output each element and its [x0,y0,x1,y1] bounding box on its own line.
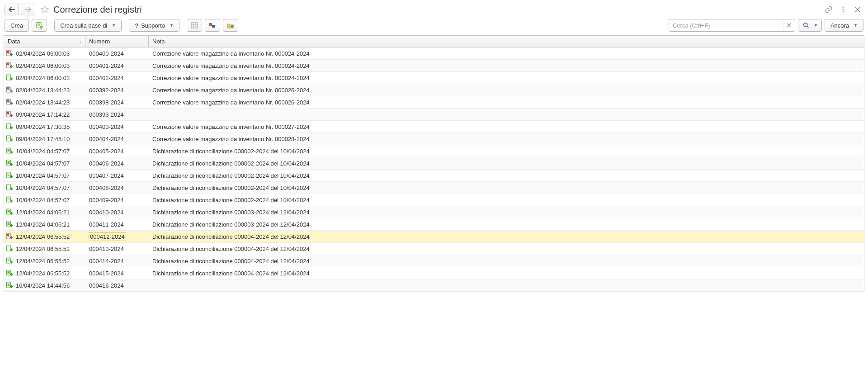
search-submit-button[interactable]: ▼ [798,19,822,32]
doc-posted-icon [6,74,13,81]
doc-deleted-icon [6,62,13,69]
create-based-on-button[interactable]: Crea sulla base di ▼ [54,19,122,32]
table-row[interactable]: 02/04/2024 13:44:23000392-2024Correzione… [4,84,864,96]
table-row[interactable]: 02/04/2024 06:00:03000400-2024Correzione… [4,47,864,60]
cell-date-text: 09/04/2024 17:30:35 [16,123,70,130]
doc-posted-icon [6,160,13,167]
cell-note: Correzione valore magazzino da inventari… [149,72,864,84]
cell-date-text: 10/04/2024 04:57:07 [16,184,70,191]
nav-back-button[interactable] [5,4,19,15]
cell-note-text: Correzione valore magazzino da inventari… [152,62,310,69]
cell-number-text: 000393-2024 [89,111,124,118]
table-row[interactable]: 16/04/2024 14:44:56000416-2024 [4,279,864,292]
table-row[interactable]: 10/04/2024 04:57:07000407-2024Dichiarazi… [4,170,864,182]
search-clear-button[interactable] [783,19,795,31]
cell-date: 09/04/2024 17:45:10 [4,133,85,145]
cell-date: 02/04/2024 13:44:23 [4,84,85,96]
create-button[interactable]: Crea [5,19,29,32]
table-row[interactable]: 02/04/2024 06:00:03000402-2024Correzione… [4,72,864,84]
page-title: Correzione dei registri [53,5,142,15]
svg-point-9 [804,23,807,27]
cell-date: 12/04/2024 06:55:52 [4,231,85,242]
doc-posted-icon [6,172,13,179]
cell-note: Dichiarazione di riconciliazione 000002-… [149,182,864,194]
cell-note-text: Dichiarazione di riconciliazione 000002-… [152,160,310,167]
sheet-add-icon [36,22,43,29]
cell-note-text: Dichiarazione di riconciliazione 000004-… [152,270,310,277]
cell-date-text: 02/04/2024 06:00:03 [16,50,70,57]
column-header-date[interactable]: Data ↓ [4,36,85,47]
cell-note: Correzione valore magazzino da inventari… [149,133,864,145]
cell-date-text: 12/04/2024 06:55:52 [16,246,70,252]
kebab-icon [840,6,847,13]
cell-date: 16/04/2024 14:44:56 [4,279,85,291]
column-header-note-label: Nota [152,38,165,45]
table-row[interactable]: 12/04/2024 06:55:52000415-2024Dichiarazi… [4,267,864,279]
cell-date-text: 10/04/2024 04:57:07 [16,197,70,203]
table-row[interactable]: 10/04/2024 04:57:07000409-2024Dichiarazi… [4,194,864,206]
table-row[interactable]: 10/04/2024 04:57:07000406-2024Dichiarazi… [4,157,864,170]
cell-number-text: 000403-2024 [89,123,124,130]
cell-date-text: 12/04/2024 04:06:21 [16,221,70,228]
table-row[interactable]: 09/04/2024 17:45:10000404-2024Correzione… [4,133,864,145]
create-from-file-button[interactable] [32,19,47,32]
folder-lock-icon [227,22,234,29]
table-row[interactable]: 12/04/2024 06:55:52000413-2024Dichiarazi… [4,243,864,255]
nav-forward-button[interactable] [21,4,35,15]
chain-link-icon [825,5,833,14]
chevron-down-icon: ▼ [112,23,116,28]
cell-note: Correzione valore magazzino da inventari… [149,47,864,59]
column-header-date-label: Data [8,38,20,45]
cell-note: Dichiarazione di riconciliazione 000002-… [149,170,864,181]
link-icon[interactable] [825,5,833,14]
table-row[interactable]: 02/04/2024 06:00:03000401-2024Correzione… [4,60,864,72]
table-row[interactable]: 12/04/2024 06:55:52000412-2024Dichiarazi… [4,231,864,243]
cell-date-text: 10/04/2024 04:57:07 [16,148,70,155]
table-row[interactable]: 12/04/2024 06:55:52000414-2024Dichiarazi… [4,255,864,267]
arrow-right-icon [25,7,31,12]
table-row[interactable]: 10/04/2024 04:57:07000405-2024Dichiarazi… [4,145,864,157]
column-header-note[interactable]: Nota [149,36,864,47]
table-row[interactable]: 09/04/2024 17:14:22000393-2024 [4,109,864,121]
search-input[interactable] [669,22,783,29]
cell-number-text: 000400-2024 [89,50,124,57]
cell-note: Dichiarazione di riconciliazione 000004-… [149,231,864,242]
cell-number-text: 000405-2024 [89,148,124,155]
cell-note-text: Correzione valore magazzino da inventari… [152,87,310,94]
chevron-down-icon: ▼ [814,23,818,28]
cell-note-text: Dichiarazione di riconciliazione 000002-… [152,184,310,191]
table-row[interactable]: 09/04/2024 17:30:35000403-2024Correzione… [4,121,864,133]
doc-deleted-icon [6,111,13,118]
movements-button[interactable] [205,19,220,32]
svg-point-0 [843,7,844,8]
table-row[interactable]: 02/04/2024 13:44:23000398-2024Correzione… [4,96,864,109]
cell-date-text: 12/04/2024 04:06:21 [16,209,70,216]
table-row[interactable]: 10/04/2024 04:57:07000408-2024Dichiarazi… [4,182,864,194]
cell-number-text: 000402-2024 [89,75,124,81]
favorite-toggle[interactable] [40,5,50,14]
cell-number: 000415-2024 [85,267,149,279]
cell-note-text: Correzione valore magazzino da inventari… [152,123,310,130]
doc-posted-icon [6,123,13,130]
cell-number-text: 000413-2024 [89,246,124,252]
table-row[interactable]: 12/04/2024 04:06:21000410-2024Dichiarazi… [4,206,864,218]
attachments-button[interactable] [223,19,238,32]
more-actions-button[interactable]: Ancora ▼ [825,19,863,32]
doc-posted-icon [6,282,13,289]
cell-number: 000413-2024 [85,243,149,255]
doc-posted-icon [6,184,13,191]
create-based-on-label: Crea sulla base di [60,22,107,29]
doc-posted-icon [6,257,13,265]
cell-number: 000410-2024 [85,206,149,218]
doc-posted-icon [6,135,13,142]
cell-date: 02/04/2024 06:00:03 [4,72,85,84]
table-row[interactable]: 12/04/2024 04:06:21000411-2024Dichiarazi… [4,218,864,231]
cell-number: 000405-2024 [85,145,149,157]
support-button[interactable]: ? Supporto ▼ [129,19,179,32]
close-button[interactable] [854,5,862,14]
view-mode-button[interactable] [187,19,202,32]
cell-note-text: Dichiarazione di riconciliazione 000002-… [152,172,310,179]
column-header-number[interactable]: Numero [85,36,149,47]
search-field-wrap [669,19,795,32]
more-menu-icon[interactable] [839,5,847,14]
